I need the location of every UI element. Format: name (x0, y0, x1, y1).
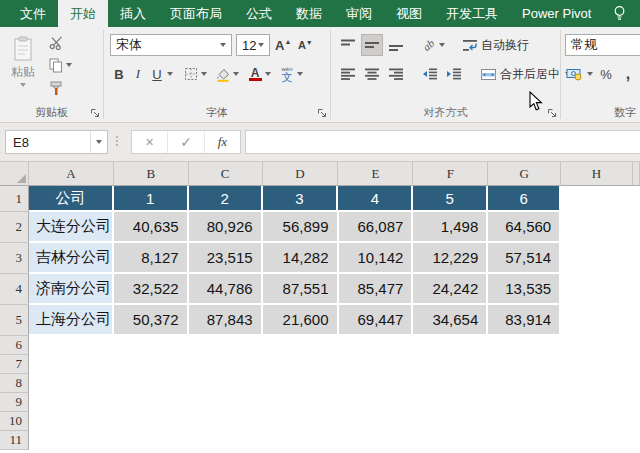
ribbon-tab-1[interactable]: 开始 (58, 0, 108, 27)
cell-C5[interactable]: 87,843 (189, 305, 263, 336)
row-header-9[interactable]: 9 (0, 393, 29, 412)
cell-G5[interactable]: 83,914 (488, 305, 561, 336)
empty-row-8[interactable] (29, 374, 640, 393)
align-left-button[interactable] (337, 63, 359, 85)
column-header-E[interactable]: E (338, 162, 413, 186)
row-header-4[interactable]: 4 (0, 274, 29, 305)
cell-F4[interactable]: 24,242 (413, 274, 488, 305)
cell-C2[interactable]: 80,926 (189, 212, 263, 243)
ribbon-tab-7[interactable]: 视图 (384, 0, 434, 27)
paste-button[interactable]: 粘贴 (4, 32, 42, 106)
ribbon-tab-5[interactable]: 数据 (284, 0, 334, 27)
cell-A2[interactable]: 大连分公司 (29, 212, 114, 243)
ribbon-tab-6[interactable]: 审阅 (334, 0, 384, 27)
cell-F5[interactable]: 34,654 (413, 305, 488, 336)
cell-C3[interactable]: 23,515 (189, 243, 263, 274)
fill-color-button[interactable] (214, 63, 232, 85)
font-color-dropdown-icon[interactable] (265, 72, 271, 76)
font-color-button[interactable]: A (246, 63, 264, 85)
underline-button[interactable]: U (148, 63, 166, 85)
cell-F2[interactable]: 1,498 (413, 212, 488, 243)
cell-G3[interactable]: 57,514 (488, 243, 561, 274)
comma-style-button[interactable]: , (619, 63, 637, 85)
row-header-5[interactable]: 5 (0, 305, 29, 336)
column-header-D[interactable]: D (263, 162, 339, 186)
phonetic-guide-button[interactable]: wén 文 (278, 63, 296, 85)
row-header-6[interactable]: 6 (0, 336, 29, 355)
row-header-8[interactable]: 8 (0, 374, 29, 393)
cell-D2[interactable]: 56,899 (263, 212, 339, 243)
cell-H3[interactable] (561, 243, 633, 274)
paste-dropdown-icon[interactable] (20, 83, 26, 87)
cell-B4[interactable]: 32,522 (114, 274, 189, 305)
column-header-A[interactable]: A (29, 162, 114, 186)
align-middle-button[interactable] (361, 34, 383, 56)
column-header-G[interactable]: G (488, 162, 561, 186)
cell-G2[interactable]: 64,560 (488, 212, 561, 243)
row-header-2[interactable]: 2 (0, 212, 29, 243)
row-header-7[interactable]: 7 (0, 355, 29, 374)
formula-bar-resize-handle[interactable] (116, 136, 118, 146)
cell-B1[interactable]: 1 (114, 186, 189, 212)
align-right-button[interactable] (385, 63, 407, 85)
ribbon-tab-file[interactable]: 文件 (8, 0, 58, 27)
empty-row-10[interactable] (29, 412, 640, 431)
cell-D5[interactable]: 21,600 (263, 305, 339, 336)
column-header-B[interactable]: B (114, 162, 189, 186)
copy-dropdown-icon[interactable] (66, 63, 72, 67)
ribbon-tab-9[interactable]: Power Pivot (510, 0, 603, 27)
borders-dropdown-icon[interactable] (201, 72, 207, 76)
increase-font-size-button[interactable]: A▲ (274, 34, 292, 56)
cell-A5[interactable]: 上海分公司 (29, 305, 114, 336)
cell-H4[interactable] (561, 274, 633, 305)
cell-C4[interactable]: 44,786 (189, 274, 263, 305)
fill-color-dropdown-icon[interactable] (233, 72, 239, 76)
decrease-indent-button[interactable] (419, 63, 441, 85)
row-header-3[interactable]: 3 (0, 243, 29, 274)
cell-F3[interactable]: 12,229 (413, 243, 488, 274)
italic-button[interactable]: I (129, 63, 147, 85)
empty-row-11[interactable] (29, 431, 640, 450)
cell-H2[interactable] (561, 212, 633, 243)
bold-button[interactable]: B (110, 63, 128, 85)
cell-E3[interactable]: 10,142 (339, 243, 414, 274)
phonetic-dropdown-icon[interactable] (297, 72, 303, 76)
borders-button[interactable] (182, 63, 200, 85)
percent-style-button[interactable]: % (596, 63, 616, 85)
cell-E2[interactable]: 66,087 (339, 212, 414, 243)
decrease-font-size-button[interactable]: A▼ (296, 34, 314, 56)
number-format-combo[interactable]: 常规 (565, 34, 640, 56)
wrap-text-button[interactable]: 自动换行 (461, 34, 530, 56)
align-top-button[interactable] (337, 34, 359, 56)
ribbon-tab-4[interactable]: 公式 (234, 0, 284, 27)
ribbon-tab-2[interactable]: 插入 (108, 0, 158, 27)
align-bottom-button[interactable] (385, 34, 407, 56)
cell-D3[interactable]: 14,282 (263, 243, 339, 274)
column-header-H[interactable]: H (561, 162, 633, 186)
cell-E1[interactable]: 4 (338, 186, 413, 212)
name-box-dropdown-icon[interactable] (90, 131, 107, 153)
row-header-11[interactable]: 11 (0, 431, 29, 450)
font-dialog-launcher-icon[interactable] (317, 108, 327, 118)
format-painter-button[interactable] (46, 77, 73, 99)
tell-me-lightbulb-icon[interactable] (613, 0, 626, 27)
cell-B3[interactable]: 8,127 (114, 243, 189, 274)
cell-G1[interactable]: 6 (488, 186, 561, 212)
cell-D4[interactable]: 87,551 (263, 274, 339, 305)
cell-A4[interactable]: 济南分公司 (29, 274, 114, 305)
font-size-combo[interactable]: 12 (236, 34, 270, 56)
insert-function-button[interactable]: fx (205, 131, 240, 153)
cell-H1[interactable] (561, 186, 633, 212)
cut-button[interactable] (46, 31, 73, 53)
cell-E5[interactable]: 69,447 (339, 305, 414, 336)
cell-H5[interactable] (561, 305, 633, 336)
font-name-combo[interactable]: 宋体 (110, 34, 232, 56)
cell-B2[interactable]: 40,635 (114, 212, 189, 243)
increase-indent-button[interactable] (443, 63, 465, 85)
align-center-button[interactable] (361, 63, 383, 85)
column-header-F[interactable]: F (413, 162, 488, 186)
copy-button[interactable] (46, 54, 73, 76)
clipboard-dialog-launcher-icon[interactable] (90, 108, 100, 118)
cell-A3[interactable]: 吉林分公司 (29, 243, 114, 274)
empty-row-6[interactable] (29, 336, 640, 355)
